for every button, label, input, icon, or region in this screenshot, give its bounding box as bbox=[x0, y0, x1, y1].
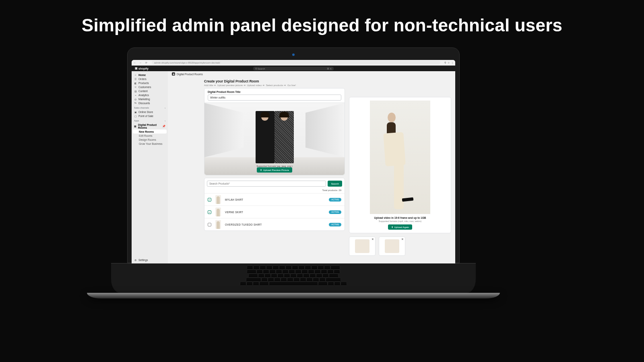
product-row[interactable]: ✓ MYLAH SHIRT ACTIVE bbox=[204, 193, 345, 206]
sidebar-item-home[interactable]: ⌂Home bbox=[132, 73, 168, 77]
model-figure bbox=[275, 111, 294, 163]
upload-icon: ⬆ bbox=[391, 226, 393, 228]
product-name: VERNE SKIRT bbox=[225, 211, 325, 214]
sidebar-item-marketing[interactable]: ◎Marketing bbox=[132, 97, 168, 101]
step: Upload preview picture bbox=[217, 84, 243, 86]
video-subtitle: Supported formats (mp4, mkv, mov, webm) bbox=[353, 220, 448, 222]
checkbox[interactable] bbox=[208, 223, 211, 226]
sidebar-subitem-new-rooms[interactable]: New Rooms bbox=[133, 130, 167, 134]
sidebar-item-label: Customers bbox=[138, 86, 151, 88]
products-icon: ◧ bbox=[134, 82, 137, 84]
sidebar-item-online-store[interactable]: ▣Online Store bbox=[132, 110, 168, 114]
sidebar-item-discounts[interactable]: %Discounts bbox=[132, 101, 168, 105]
product-thumb bbox=[215, 195, 221, 204]
sidebar-item-content[interactable]: ▥Content bbox=[132, 89, 168, 93]
home-icon: ⌂ bbox=[134, 74, 137, 76]
product-row[interactable]: OVERSIZED TUXEDO SHIRT ACTIVE bbox=[204, 218, 345, 230]
preview-models bbox=[256, 111, 294, 163]
total-products: Total products: 29 bbox=[204, 189, 345, 193]
keyboard-deck bbox=[111, 263, 476, 293]
selected-product-tile[interactable]: ✕ bbox=[379, 237, 405, 256]
title-label: Digital Product Room Title bbox=[208, 90, 341, 93]
checkbox[interactable]: ✓ bbox=[208, 198, 211, 202]
sidebar-item-label: Orders bbox=[138, 78, 147, 80]
product-name: OVERSIZED TUXEDO SHIRT bbox=[225, 223, 325, 226]
reload-button[interactable]: ⟳ bbox=[144, 61, 148, 64]
room-title-input[interactable] bbox=[208, 95, 341, 101]
sidebar-item-dpr[interactable]: ▩Digital Product Rooms📌 bbox=[132, 123, 168, 130]
title-and-preview-card: Digital Product Room Title Sup bbox=[204, 88, 345, 175]
back-button[interactable]: ← bbox=[133, 62, 136, 64]
steps: Add title➜ Upload preview picture➜ Uploa… bbox=[168, 83, 455, 88]
sidebar-item-label: Online Store bbox=[138, 111, 153, 113]
search-icon[interactable]: ⚲ bbox=[444, 61, 446, 64]
sidebar-item-orders[interactable]: ☰Orders bbox=[132, 77, 168, 81]
arrow-icon: ➜ bbox=[244, 84, 246, 86]
step: Select products bbox=[266, 84, 283, 86]
chevron-right-icon[interactable]: › bbox=[165, 107, 165, 109]
product-thumb bbox=[215, 220, 221, 229]
layout: ⌂Home ☰Orders ◧Products ☺Customers ▥Cont… bbox=[132, 71, 455, 263]
sidebar-subitem-edit-rooms[interactable]: Edit Rooms bbox=[132, 134, 168, 138]
forward-button[interactable]: → bbox=[139, 62, 142, 64]
page-title: Create your Digital Product Room bbox=[168, 77, 455, 83]
search-shortcut: ⌘ K bbox=[327, 67, 332, 70]
app-badge-icon: ▩ bbox=[172, 72, 175, 76]
hero-headline: Simplified admin panel designed for non-… bbox=[0, 0, 644, 35]
orders-icon: ☰ bbox=[134, 78, 137, 80]
checkbox[interactable]: ✓ bbox=[208, 210, 211, 214]
breadcrumb-text: Digital Product Rooms bbox=[177, 73, 203, 76]
global-search[interactable]: ⚲ Search ⌘ K bbox=[253, 67, 334, 70]
arrow-icon: ➜ bbox=[214, 84, 216, 86]
content: ▩ Digital Product Rooms Create your Digi… bbox=[168, 71, 455, 263]
pin-icon[interactable]: 📌 bbox=[162, 125, 165, 128]
sidebar-item-customers[interactable]: ☺Customers bbox=[132, 85, 168, 89]
screen-bezel: ← → ⟳ admin.shopify.com/store/olga-v-851… bbox=[127, 47, 460, 263]
extensions-icon[interactable]: ⋮ bbox=[451, 61, 454, 64]
product-search-input[interactable] bbox=[207, 181, 326, 187]
url-bar[interactable]: admin.shopify.com/store/olga-v-8518/apps… bbox=[152, 61, 440, 64]
model-figure bbox=[256, 111, 275, 163]
remove-icon[interactable]: ✕ bbox=[372, 238, 374, 241]
step: Add title bbox=[204, 84, 213, 86]
shopify-header: ▣ shopify ⚲ Search ⌘ K bbox=[132, 66, 455, 71]
status-badge: ACTIVE bbox=[329, 210, 341, 214]
upload-preview-button[interactable]: ⬆Upload Preview Picture bbox=[257, 167, 292, 173]
sidebar-section-channels: Sales channels› bbox=[132, 105, 168, 110]
chevron-right-icon[interactable]: › bbox=[165, 119, 165, 122]
analytics-icon: ⌁ bbox=[134, 94, 137, 97]
product-thumb bbox=[215, 208, 221, 216]
app-icon: ▩ bbox=[134, 125, 136, 128]
product-name: MYLAH SHIRT bbox=[225, 198, 325, 201]
video-preview bbox=[370, 101, 430, 214]
laptop-base bbox=[87, 293, 500, 298]
tile-thumb bbox=[355, 239, 369, 253]
title-section: Digital Product Room Title bbox=[204, 88, 345, 103]
sidebar-item-analytics[interactable]: ⌁Analytics bbox=[132, 93, 168, 97]
shopify-logo[interactable]: ▣ shopify bbox=[135, 67, 149, 70]
right-column: Upload video in 19:6 frame and up to 1GB… bbox=[349, 97, 451, 259]
product-search-row: Search bbox=[204, 178, 345, 189]
sidebar-item-settings[interactable]: ⚙Settings bbox=[132, 258, 168, 262]
selected-product-tile[interactable]: ✕ bbox=[349, 237, 376, 256]
sidebar-item-products[interactable]: ◧Products bbox=[132, 81, 168, 85]
product-row[interactable]: ✓ VERNE SKIRT ACTIVE bbox=[204, 206, 345, 218]
store-icon: ▣ bbox=[134, 111, 137, 113]
sidebar-item-label: Products bbox=[138, 82, 149, 84]
bookmark-icon[interactable]: ☆ bbox=[448, 61, 450, 64]
content-icon: ▥ bbox=[134, 90, 137, 93]
customers-icon: ☺ bbox=[134, 86, 137, 88]
sidebar-item-label: Digital Product Rooms bbox=[138, 123, 161, 129]
button-label: Upload Again bbox=[394, 226, 409, 228]
remove-icon[interactable]: ✕ bbox=[401, 238, 404, 241]
sidebar-subitem-design-rooms[interactable]: Design Rooms bbox=[132, 138, 168, 142]
sidebar-item-label: Settings bbox=[138, 259, 148, 261]
upload-again-button[interactable]: ⬆Upload Again bbox=[388, 224, 413, 230]
screen: ← → ⟳ admin.shopify.com/store/olga-v-851… bbox=[132, 60, 455, 263]
sidebar-item-label: Marketing bbox=[138, 98, 150, 101]
status-badge: ACTIVE bbox=[329, 198, 341, 202]
sidebar-item-pos[interactable]: ▢Point of Sale bbox=[132, 114, 168, 118]
shopify-icon: ▣ bbox=[135, 67, 138, 70]
sidebar-subitem-grow[interactable]: Grow Your Business bbox=[132, 142, 168, 146]
search-button[interactable]: Search bbox=[328, 181, 342, 187]
